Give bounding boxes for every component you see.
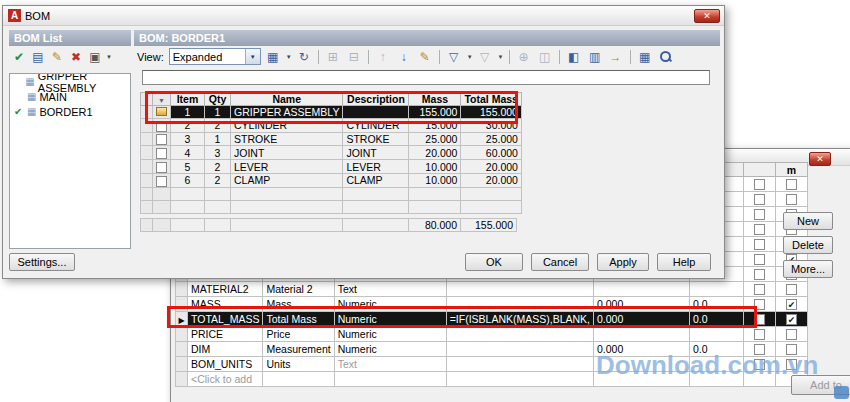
- bom-row-joint[interactable]: 4 3 JOINT JOINT 20.000 60.000: [141, 146, 522, 160]
- col-header-total-mass[interactable]: Total Mass: [461, 93, 521, 106]
- filter-icon[interactable]: ▽: [445, 48, 463, 65]
- bom-row-stroke[interactable]: 3 1 STROKE STROKE 25.000 25.000: [141, 132, 522, 146]
- bom-row-empty[interactable]: [141, 200, 522, 213]
- checkbox[interactable]: [754, 284, 765, 295]
- tree-item-label: BORDER1: [39, 106, 92, 118]
- row-checkbox[interactable]: [156, 176, 167, 187]
- props-row-price[interactable]: PRICE Price Numeric: [176, 327, 808, 342]
- toolbar-separator: [318, 50, 319, 64]
- columns-icon[interactable]: ▥: [586, 48, 604, 65]
- move-down-icon[interactable]: ↓: [395, 48, 413, 65]
- tree-item-border1[interactable]: ✔ ▦ BORDER1: [10, 104, 130, 119]
- chevron-down-icon[interactable]: ▼: [106, 54, 112, 60]
- checkbox[interactable]: [786, 329, 797, 340]
- row-checkbox[interactable]: [156, 121, 167, 132]
- col-header-qty[interactable]: Qty: [205, 93, 231, 106]
- checkbox[interactable]: [786, 194, 797, 205]
- filter-funnel-icon[interactable]: ▼: [158, 97, 165, 104]
- search-icon[interactable]: [657, 48, 675, 65]
- view-combobox[interactable]: Expanded ▼: [169, 48, 261, 65]
- props-row-dim[interactable]: DIM Measurement Numeric 0.000 0.0: [176, 342, 808, 357]
- totals-mass: 80.000: [409, 219, 461, 232]
- checkbox[interactable]: [754, 194, 765, 205]
- bom-filter-field[interactable]: [142, 70, 710, 85]
- apply-button[interactable]: Apply: [597, 253, 649, 271]
- checkbox[interactable]: [754, 209, 765, 220]
- checkbox[interactable]: [786, 284, 797, 295]
- help-button[interactable]: Help: [657, 253, 711, 271]
- col-header-description[interactable]: Description: [343, 93, 409, 106]
- delete-row-icon[interactable]: ⊟: [345, 48, 363, 65]
- checkbox[interactable]: [786, 344, 797, 355]
- view-style-icon[interactable]: ▦: [264, 48, 282, 65]
- more-button[interactable]: More...: [783, 260, 833, 278]
- checkbox[interactable]: [754, 269, 765, 280]
- checkbox[interactable]: [754, 359, 765, 370]
- props-row-total-mass[interactable]: ▶ TOTAL_MASS Total Mass Numeric =IF(ISBL…: [176, 312, 808, 327]
- chevron-down-icon[interactable]: ▼: [467, 54, 473, 60]
- props-row-mass[interactable]: MASS Mass Numeric 0.000 0.0 ✔: [176, 297, 808, 312]
- bom-row-cylinder[interactable]: 2 2 CYLINDER CYLINDER 15.000 30.000: [141, 119, 522, 133]
- bom-table-icon: ▦: [27, 91, 36, 102]
- bom-header-row: ▼ Item Qty Name Description Mass Total M…: [141, 93, 522, 106]
- bom-close-button[interactable]: ✕: [694, 9, 720, 23]
- settings-button[interactable]: Settings...: [9, 253, 75, 271]
- delete-button[interactable]: Delete: [783, 236, 833, 254]
- bom-list-panel: BOM List ✔ ▤ ✎ ✖ ▣ ▼ ▦ GRIPPER ASSEMBLY …: [9, 30, 131, 67]
- props-row-click-to-add[interactable]: <Click to add: [176, 372, 808, 387]
- new-list-icon[interactable]: ▤: [29, 48, 47, 65]
- new-button[interactable]: New: [783, 212, 833, 230]
- row-checkbox[interactable]: [156, 162, 167, 173]
- props-row-bom-units[interactable]: BOM_UNITS Units Text: [176, 357, 808, 372]
- edit-item-icon[interactable]: ✎: [416, 48, 434, 65]
- export-icon[interactable]: →: [607, 48, 625, 65]
- checkbox[interactable]: [754, 239, 765, 250]
- bom-row-lever[interactable]: 5 2 LEVER LEVER 10.000 20.000: [141, 160, 522, 174]
- props-row-material2[interactable]: MATERIAL2 Material 2 Text: [176, 282, 808, 297]
- checkbox[interactable]: [754, 254, 765, 265]
- chevron-down-icon[interactable]: ▼: [245, 49, 260, 64]
- checkbox[interactable]: [754, 344, 765, 355]
- bom-row-clamp[interactable]: 6 2 CLAMP CLAMP 10.000 20.000: [141, 173, 522, 187]
- print-icon[interactable]: ▣: [86, 48, 104, 65]
- move-up-icon[interactable]: ↑: [374, 48, 392, 65]
- delete-list-icon[interactable]: ✖: [67, 48, 85, 65]
- assembly-icon: [156, 107, 167, 116]
- tree-item-gripper-assembly[interactable]: ▦ GRIPPER ASSEMBLY: [10, 74, 130, 89]
- checkbox[interactable]: ✔: [786, 299, 797, 310]
- add-to-button[interactable]: Add to: [791, 375, 850, 395]
- table-settings-icon[interactable]: ▦: [636, 48, 654, 65]
- checkbox[interactable]: [754, 314, 765, 325]
- insert-row-icon[interactable]: ⊞: [324, 48, 342, 65]
- col-header-mass[interactable]: Mass: [409, 93, 461, 106]
- col-header-name[interactable]: Name: [231, 93, 343, 106]
- bom-dialog: A BOM ✕ BOM List ✔ ▤ ✎ ✖ ▣ ▼ ▦ GRIPPER A…: [2, 5, 725, 279]
- checkbox[interactable]: [754, 179, 765, 190]
- cancel-button[interactable]: Cancel: [531, 253, 589, 271]
- ok-button[interactable]: OK: [465, 253, 523, 271]
- bom-list-header: BOM List: [9, 30, 131, 46]
- props-close-button[interactable]: ✕: [809, 152, 831, 166]
- apply-check-icon[interactable]: ✔: [10, 48, 28, 65]
- merge-rows-icon[interactable]: ◫: [536, 48, 554, 65]
- checkbox[interactable]: [786, 359, 797, 370]
- checkbox[interactable]: [754, 329, 765, 340]
- checkbox[interactable]: [754, 224, 765, 235]
- checkbox[interactable]: [786, 179, 797, 190]
- refresh-icon[interactable]: ↻: [295, 48, 313, 65]
- props-header-partial: m: [776, 163, 808, 177]
- checkbox[interactable]: ✔: [786, 314, 797, 325]
- bom-row-gripper-assembly[interactable]: - 1 1 GRIPPER ASSEMBLY 155.000 155.000: [141, 106, 522, 119]
- edit-list-icon[interactable]: ✎: [48, 48, 66, 65]
- row-checkbox[interactable]: [156, 148, 167, 159]
- split-view-icon[interactable]: ◧: [565, 48, 583, 65]
- col-header-item[interactable]: Item: [171, 93, 205, 106]
- bom-row-empty[interactable]: [141, 187, 522, 200]
- toolbar-separator: [368, 50, 369, 64]
- insert-part-icon[interactable]: ⊕: [515, 48, 533, 65]
- row-checkbox[interactable]: [156, 134, 167, 145]
- chevron-down-icon[interactable]: ▼: [286, 54, 292, 60]
- chevron-down-icon[interactable]: ▼: [498, 54, 504, 60]
- checkbox[interactable]: [754, 299, 765, 310]
- filter-config-icon[interactable]: ▽: [476, 48, 494, 65]
